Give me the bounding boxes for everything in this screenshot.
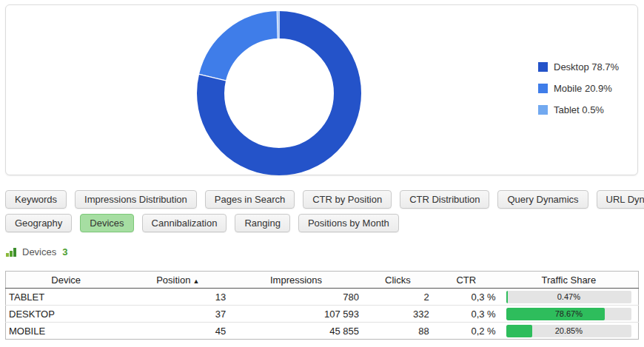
table-row-mobile[interactable]: MOBILE4545 855880,2 %20.85%	[6, 323, 639, 340]
tab-impressions-distribution[interactable]: Impressions Distribution	[75, 190, 197, 209]
cell-ctr: 0,3 %	[433, 289, 500, 306]
sort-asc-icon: ▲	[192, 277, 199, 285]
tab-devices[interactable]: Devices	[80, 214, 133, 232]
cell-position: 37	[126, 306, 229, 323]
devices-chart-card: Desktop 78.7%Mobile 20.9%Tablet 0.5%	[5, 4, 638, 175]
cell-impressions: 780	[229, 289, 363, 306]
tab-ctr-by-position[interactable]: CTR by Position	[303, 190, 392, 209]
legend-item-tablet[interactable]: Tablet 0.5%	[538, 104, 619, 115]
bar-chart-icon	[6, 247, 16, 257]
bar-chart-icon-bar	[6, 253, 9, 257]
tab-url-dynamics[interactable]: URL Dynamics	[597, 190, 644, 209]
cell-ctr: 0,3 %	[433, 306, 500, 323]
column-header-position[interactable]: Position▲	[126, 272, 229, 289]
devices-section-header: Devices 3	[6, 246, 67, 257]
cell-device: DESKTOP	[6, 306, 127, 323]
tab-pages-in-search[interactable]: Pages in Search	[205, 190, 295, 209]
cell-traffic-share: 78.67%	[500, 306, 639, 323]
tab-ranging[interactable]: Ranging	[235, 214, 289, 232]
report-tabs-row-2: GeographyDevicesCannibalizationRangingPo…	[5, 214, 399, 232]
cell-position: 45	[126, 323, 229, 340]
section-count-badge: 3	[62, 246, 67, 257]
section-title: Devices	[22, 246, 56, 257]
legend-swatch	[538, 62, 548, 72]
legend-label: Tablet 0.5%	[554, 104, 604, 115]
cell-ctr: 0,2 %	[433, 323, 500, 340]
cell-clicks: 332	[363, 306, 433, 323]
table-header-row: DevicePosition▲ImpressionsClicksCTRTraff…	[6, 272, 639, 289]
cell-traffic-share: 20.85%	[500, 323, 639, 340]
cell-position: 13	[126, 289, 229, 306]
traffic-share-value: 78.67%	[506, 308, 631, 320]
column-header-traffic-share[interactable]: Traffic Share	[500, 272, 639, 289]
traffic-share-value: 20.85%	[506, 325, 631, 337]
column-header-clicks[interactable]: Clicks	[363, 272, 433, 289]
cell-clicks: 2	[363, 289, 433, 306]
legend-label: Desktop 78.7%	[554, 61, 619, 73]
tab-query-dynamics[interactable]: Query Dynamics	[497, 190, 588, 209]
bar-chart-icon-bar	[13, 248, 16, 257]
chart-legend: Desktop 78.7%Mobile 20.9%Tablet 0.5%	[538, 61, 619, 126]
legend-swatch	[538, 105, 548, 115]
cell-impressions: 107 593	[229, 306, 363, 323]
legend-item-mobile[interactable]: Mobile 20.9%	[538, 83, 619, 93]
tab-keywords[interactable]: Keywords	[5, 190, 67, 209]
devices-table: DevicePosition▲ImpressionsClicksCTRTraff…	[5, 271, 639, 340]
bar-chart-icon-bar	[10, 251, 13, 257]
cell-traffic-share: 0.47%	[500, 289, 639, 306]
column-header-device[interactable]: Device	[6, 272, 127, 289]
legend-swatch	[538, 84, 548, 93]
table-row-tablet[interactable]: TABLET1378020,3 %0.47%	[6, 289, 639, 306]
cell-device: TABLET	[6, 289, 127, 306]
tab-geography[interactable]: Geography	[5, 214, 72, 232]
report-tabs-row-1: KeywordsImpressions DistributionPages in…	[5, 190, 644, 209]
tab-cannibalization[interactable]: Cannibalization	[142, 214, 227, 232]
cell-impressions: 45 855	[229, 323, 363, 340]
legend-item-desktop[interactable]: Desktop 78.7%	[538, 61, 619, 72]
tab-positions-by-month[interactable]: Positions by Month	[298, 214, 399, 232]
tab-ctr-distribution[interactable]: CTR Distribution	[400, 190, 489, 209]
cell-clicks: 88	[363, 323, 433, 340]
traffic-share-bar: 78.67%	[506, 308, 631, 320]
column-header-impressions[interactable]: Impressions	[229, 272, 363, 289]
traffic-share-bar: 0.47%	[506, 291, 631, 303]
cell-device: MOBILE	[6, 323, 127, 340]
legend-label: Mobile 20.9%	[554, 83, 612, 94]
traffic-share-value: 0.47%	[506, 291, 631, 303]
devices-donut-chart	[197, 11, 361, 175]
column-header-ctr[interactable]: CTR	[433, 272, 500, 289]
traffic-share-bar: 20.85%	[506, 325, 631, 337]
table-row-desktop[interactable]: DESKTOP37107 5933320,3 %78.67%	[6, 306, 639, 323]
